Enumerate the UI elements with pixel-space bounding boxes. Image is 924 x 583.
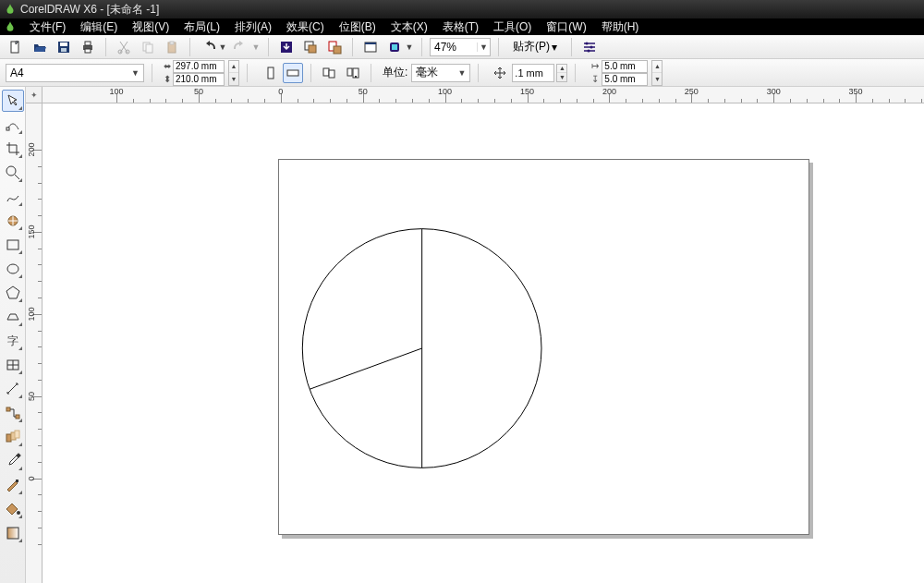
svg-point-35 [7, 264, 18, 273]
zoom-tool[interactable] [2, 162, 24, 184]
snap-to-button[interactable]: 贴齐(P) ▾ [506, 37, 564, 57]
menu-table[interactable]: 表格(T) [435, 18, 486, 35]
separator [310, 64, 311, 82]
dup-y-icon: ↧ [589, 74, 602, 84]
app-launcher-button[interactable] [384, 37, 405, 57]
dup-x-icon: ↦ [589, 61, 602, 71]
crop-tool[interactable] [2, 138, 24, 160]
page-width-input[interactable] [173, 60, 225, 73]
paste-icon-button[interactable] [162, 37, 182, 57]
basic-shapes-tool[interactable] [2, 306, 24, 328]
print-button[interactable] [78, 37, 98, 57]
menu-layout[interactable]: 布局(L) [176, 18, 227, 35]
rectangle-tool[interactable] [2, 234, 24, 256]
all-pages-button[interactable] [319, 63, 339, 83]
connector-tool[interactable] [2, 402, 24, 424]
undo-dropdown[interactable]: ▼ [218, 43, 227, 52]
portrait-button[interactable] [261, 63, 281, 83]
svg-marker-36 [6, 286, 19, 298]
canvas[interactable] [43, 103, 924, 583]
menu-edit[interactable]: 编辑(E) [73, 18, 125, 35]
svg-rect-2 [60, 43, 67, 46]
nudge-spinner[interactable]: ▲▼ [556, 64, 567, 82]
interactive-fill-tool[interactable] [2, 522, 24, 544]
import-button[interactable] [276, 37, 297, 57]
page-dim-spinner[interactable]: ▲▼ [228, 60, 239, 86]
svg-rect-32 [6, 128, 9, 130]
separator [247, 64, 248, 82]
open-button[interactable] [30, 37, 50, 57]
separator [498, 38, 499, 56]
polygon-tool[interactable] [2, 282, 24, 304]
smart-fill-tool[interactable] [2, 210, 24, 232]
menu-file[interactable]: 文件(F) [22, 18, 73, 35]
dup-y-input[interactable] [602, 73, 648, 86]
svg-point-8 [126, 50, 129, 54]
svg-text:字: 字 [7, 334, 18, 347]
ruler-h-label: 150 [520, 87, 534, 96]
svg-point-24 [588, 49, 590, 52]
separator [105, 38, 106, 56]
ruler-origin[interactable]: ✦ [26, 87, 43, 103]
fill-tool[interactable] [2, 498, 24, 520]
app-icon [4, 3, 17, 16]
horizontal-ruler[interactable]: 10050050100150200250300350400 [43, 87, 924, 103]
zoom-combo[interactable]: ▼ [430, 38, 491, 56]
ruler-h-label: 200 [602, 87, 616, 96]
zoom-input[interactable] [431, 41, 477, 54]
menu-window[interactable]: 窗口(W) [539, 18, 593, 35]
workspace[interactable]: ✦ 10050050100150200250300350400 20015010… [26, 87, 924, 583]
interactive-blend-tool[interactable] [2, 426, 24, 448]
ruler-h-label: 350 [849, 87, 863, 96]
paper-size-combo[interactable]: A4 ▼ [6, 64, 144, 82]
svg-point-7 [118, 50, 122, 54]
export-button[interactable] [300, 37, 321, 57]
redo-button[interactable] [231, 37, 251, 57]
vertical-ruler[interactable]: 200150100500 [26, 103, 43, 583]
current-page-button[interactable] [343, 63, 363, 83]
app-launcher-dropdown[interactable]: ▼ [405, 43, 414, 52]
ruler-h-label: 100 [109, 87, 123, 96]
publish-pdf-button[interactable] [324, 37, 345, 57]
svg-rect-28 [329, 70, 334, 78]
svg-rect-3 [61, 48, 67, 52]
copy-button[interactable] [138, 37, 158, 57]
outline-tool[interactable] [2, 474, 24, 496]
menu-view[interactable]: 视图(V) [125, 18, 176, 35]
dup-x-input[interactable] [602, 60, 648, 73]
separator [371, 64, 371, 82]
ellipse-tool[interactable] [2, 258, 24, 280]
ruler-v-label: 150 [27, 225, 36, 238]
separator [478, 64, 479, 82]
ruler-h-label: 250 [685, 87, 699, 96]
menu-tools[interactable]: 工具(O) [486, 18, 539, 35]
redo-dropdown[interactable]: ▼ [251, 43, 261, 52]
menu-help[interactable]: 帮助(H) [594, 18, 647, 35]
unit-combo[interactable]: 毫米 ▼ [411, 64, 470, 82]
options-button[interactable] [579, 37, 600, 57]
shape-tool[interactable] [2, 114, 24, 136]
text-tool[interactable]: 字 [2, 330, 24, 352]
save-button[interactable] [54, 37, 74, 57]
nudge-input[interactable] [512, 64, 554, 82]
landscape-button[interactable] [283, 63, 303, 83]
fullscreen-button[interactable] [360, 37, 381, 57]
menu-effects[interactable]: 效果(C) [279, 18, 332, 35]
menu-bitmap[interactable]: 位图(B) [332, 18, 383, 35]
eyedropper-tool[interactable] [2, 450, 24, 472]
freehand-tool[interactable] [2, 186, 24, 208]
undo-button[interactable] [198, 37, 218, 57]
menu-text[interactable]: 文本(X) [383, 18, 435, 35]
page-height-input[interactable] [173, 73, 225, 86]
cut-button[interactable] [114, 37, 134, 57]
menu-arrange[interactable]: 排列(A) [227, 18, 279, 35]
pick-tool[interactable] [2, 90, 24, 112]
zoom-dropdown-caret[interactable]: ▼ [477, 43, 490, 52]
property-bar: A4 ▼ ⬌ ⬍ ▲▼ 单位: 毫米 ▼ ▲▼ ↦ ↧ ▲▼ [0, 59, 924, 87]
table-tool[interactable] [2, 354, 24, 376]
new-button[interactable] [6, 37, 26, 57]
svg-rect-26 [287, 70, 298, 76]
svg-rect-43 [15, 431, 19, 438]
dup-spinner[interactable]: ▲▼ [651, 60, 663, 86]
dimension-tool[interactable] [2, 378, 24, 400]
